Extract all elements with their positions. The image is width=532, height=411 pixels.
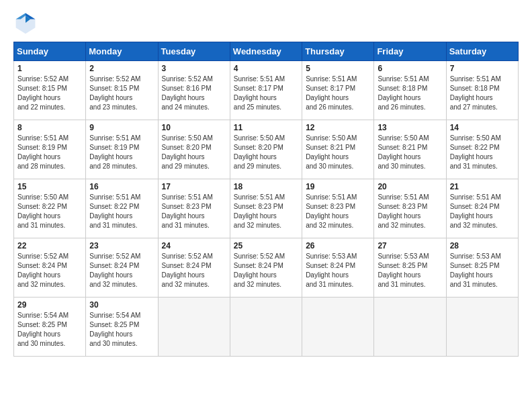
day-info: Sunrise: 5:51 AM Sunset: 8:17 PM Dayligh… [234, 75, 298, 112]
calendar-header-friday: Friday [374, 42, 446, 61]
day-info: Sunrise: 5:51 AM Sunset: 8:18 PM Dayligh… [378, 75, 442, 112]
day-cell-19: 19 Sunrise: 5:51 AM Sunset: 8:23 PM Dayl… [302, 179, 374, 238]
logo [13, 11, 40, 35]
calendar-week-5: 29 Sunrise: 5:54 AM Sunset: 8:25 PM Dayl… [14, 298, 519, 357]
day-info: Sunrise: 5:53 AM Sunset: 8:25 PM Dayligh… [450, 252, 515, 289]
day-info: Sunrise: 5:50 AM Sunset: 8:21 PM Dayligh… [306, 134, 370, 171]
day-cell-28: 28 Sunrise: 5:53 AM Sunset: 8:25 PM Dayl… [446, 238, 518, 298]
day-number: 7 [450, 64, 515, 73]
day-info: Sunrise: 5:51 AM Sunset: 8:23 PM Dayligh… [306, 193, 370, 230]
calendar-header-monday: Monday [86, 42, 158, 61]
day-info: Sunrise: 5:50 AM Sunset: 8:21 PM Dayligh… [378, 134, 442, 171]
day-number: 9 [89, 123, 154, 132]
day-number: 17 [162, 182, 226, 191]
day-info: Sunrise: 5:50 AM Sunset: 8:20 PM Dayligh… [234, 134, 298, 171]
day-number: 25 [234, 241, 298, 250]
day-cell-8: 8 Sunrise: 5:51 AM Sunset: 8:19 PM Dayli… [14, 120, 86, 179]
day-info: Sunrise: 5:50 AM Sunset: 8:22 PM Dayligh… [450, 134, 515, 171]
day-cell-23: 23 Sunrise: 5:52 AM Sunset: 8:24 PM Dayl… [86, 238, 158, 298]
calendar-week-2: 8 Sunrise: 5:51 AM Sunset: 8:19 PM Dayli… [14, 120, 519, 179]
day-info: Sunrise: 5:52 AM Sunset: 8:16 PM Dayligh… [162, 75, 226, 112]
day-info: Sunrise: 5:53 AM Sunset: 8:25 PM Dayligh… [378, 252, 442, 289]
day-info: Sunrise: 5:52 AM Sunset: 8:15 PM Dayligh… [89, 75, 154, 112]
day-number: 23 [89, 241, 154, 250]
day-cell-10: 10 Sunrise: 5:50 AM Sunset: 8:20 PM Dayl… [158, 120, 230, 179]
day-cell-3: 3 Sunrise: 5:52 AM Sunset: 8:16 PM Dayli… [158, 61, 230, 120]
day-number: 16 [89, 182, 154, 191]
day-cell-30: 30 Sunrise: 5:54 AM Sunset: 8:25 PM Dayl… [86, 298, 158, 357]
day-number: 12 [306, 123, 370, 132]
day-cell-4: 4 Sunrise: 5:51 AM Sunset: 8:17 PM Dayli… [230, 61, 302, 120]
day-number: 30 [89, 300, 154, 310]
day-cell-15: 15 Sunrise: 5:50 AM Sunset: 8:22 PM Dayl… [14, 179, 86, 238]
day-info: Sunrise: 5:50 AM Sunset: 8:20 PM Dayligh… [162, 134, 226, 171]
day-info: Sunrise: 5:51 AM Sunset: 8:22 PM Dayligh… [89, 193, 154, 230]
day-cell-14: 14 Sunrise: 5:50 AM Sunset: 8:22 PM Dayl… [446, 120, 518, 179]
day-cell-22: 22 Sunrise: 5:52 AM Sunset: 8:24 PM Dayl… [14, 238, 86, 298]
day-cell-27: 27 Sunrise: 5:53 AM Sunset: 8:25 PM Dayl… [374, 238, 446, 298]
day-info: Sunrise: 5:52 AM Sunset: 8:24 PM Dayligh… [234, 252, 298, 289]
day-cell-24: 24 Sunrise: 5:52 AM Sunset: 8:24 PM Dayl… [158, 238, 230, 298]
calendar-header-saturday: Saturday [446, 42, 518, 61]
day-cell-25: 25 Sunrise: 5:52 AM Sunset: 8:24 PM Dayl… [230, 238, 302, 298]
day-cell-26: 26 Sunrise: 5:53 AM Sunset: 8:24 PM Dayl… [302, 238, 374, 298]
calendar-week-3: 15 Sunrise: 5:50 AM Sunset: 8:22 PM Dayl… [14, 179, 519, 238]
day-cell-21: 21 Sunrise: 5:51 AM Sunset: 8:24 PM Dayl… [446, 179, 518, 238]
day-cell-2: 2 Sunrise: 5:52 AM Sunset: 8:15 PM Dayli… [86, 61, 158, 120]
day-number: 14 [450, 123, 515, 132]
day-cell-12: 12 Sunrise: 5:50 AM Sunset: 8:21 PM Dayl… [302, 120, 374, 179]
day-cell-1: 1 Sunrise: 5:52 AM Sunset: 8:15 PM Dayli… [14, 61, 86, 120]
page-header [13, 11, 519, 35]
day-info: Sunrise: 5:54 AM Sunset: 8:25 PM Dayligh… [17, 311, 82, 349]
day-number: 13 [378, 123, 442, 132]
day-cell-20: 20 Sunrise: 5:51 AM Sunset: 8:23 PM Dayl… [374, 179, 446, 238]
calendar-header-row: SundayMondayTuesdayWednesdayThursdayFrid… [14, 42, 519, 61]
day-number: 11 [234, 123, 298, 132]
day-cell-6: 6 Sunrise: 5:51 AM Sunset: 8:18 PM Dayli… [374, 61, 446, 120]
day-info: Sunrise: 5:51 AM Sunset: 8:19 PM Dayligh… [89, 134, 154, 171]
day-number: 15 [17, 182, 82, 191]
day-number: 1 [17, 64, 82, 73]
calendar-header-tuesday: Tuesday [158, 42, 230, 61]
day-info: Sunrise: 5:52 AM Sunset: 8:24 PM Dayligh… [89, 252, 154, 289]
day-cell-5: 5 Sunrise: 5:51 AM Sunset: 8:17 PM Dayli… [302, 61, 374, 120]
day-number: 10 [162, 123, 226, 132]
day-info: Sunrise: 5:51 AM Sunset: 8:23 PM Dayligh… [234, 193, 298, 230]
day-number: 29 [17, 300, 82, 310]
day-info: Sunrise: 5:51 AM Sunset: 8:19 PM Dayligh… [17, 134, 82, 171]
calendar-table: SundayMondayTuesdayWednesdayThursdayFrid… [13, 42, 519, 357]
empty-cell [302, 298, 374, 357]
day-info: Sunrise: 5:51 AM Sunset: 8:23 PM Dayligh… [162, 193, 226, 230]
day-info: Sunrise: 5:51 AM Sunset: 8:17 PM Dayligh… [306, 75, 370, 112]
day-number: 6 [378, 64, 442, 73]
day-info: Sunrise: 5:51 AM Sunset: 8:18 PM Dayligh… [450, 75, 515, 112]
empty-cell [230, 298, 302, 357]
day-number: 24 [162, 241, 226, 250]
day-cell-11: 11 Sunrise: 5:50 AM Sunset: 8:20 PM Dayl… [230, 120, 302, 179]
day-number: 5 [306, 64, 370, 73]
day-cell-9: 9 Sunrise: 5:51 AM Sunset: 8:19 PM Dayli… [86, 120, 158, 179]
day-cell-29: 29 Sunrise: 5:54 AM Sunset: 8:25 PM Dayl… [14, 298, 86, 357]
day-cell-7: 7 Sunrise: 5:51 AM Sunset: 8:18 PM Dayli… [446, 61, 518, 120]
day-cell-18: 18 Sunrise: 5:51 AM Sunset: 8:23 PM Dayl… [230, 179, 302, 238]
day-number: 20 [378, 182, 442, 191]
empty-cell [158, 298, 230, 357]
empty-cell [374, 298, 446, 357]
day-cell-16: 16 Sunrise: 5:51 AM Sunset: 8:22 PM Dayl… [86, 179, 158, 238]
day-number: 8 [17, 123, 82, 132]
empty-cell [446, 298, 518, 357]
day-info: Sunrise: 5:53 AM Sunset: 8:24 PM Dayligh… [306, 252, 370, 289]
day-info: Sunrise: 5:50 AM Sunset: 8:22 PM Dayligh… [17, 193, 82, 230]
day-info: Sunrise: 5:52 AM Sunset: 8:24 PM Dayligh… [17, 252, 82, 289]
day-cell-13: 13 Sunrise: 5:50 AM Sunset: 8:21 PM Dayl… [374, 120, 446, 179]
day-info: Sunrise: 5:52 AM Sunset: 8:15 PM Dayligh… [17, 75, 82, 112]
calendar-week-4: 22 Sunrise: 5:52 AM Sunset: 8:24 PM Dayl… [14, 238, 519, 298]
day-number: 4 [234, 64, 298, 73]
day-number: 3 [162, 64, 226, 73]
day-number: 21 [450, 182, 515, 191]
logo-icon [13, 11, 38, 35]
day-number: 28 [450, 241, 515, 250]
day-info: Sunrise: 5:51 AM Sunset: 8:24 PM Dayligh… [450, 193, 515, 230]
day-info: Sunrise: 5:51 AM Sunset: 8:23 PM Dayligh… [378, 193, 442, 230]
day-cell-17: 17 Sunrise: 5:51 AM Sunset: 8:23 PM Dayl… [158, 179, 230, 238]
